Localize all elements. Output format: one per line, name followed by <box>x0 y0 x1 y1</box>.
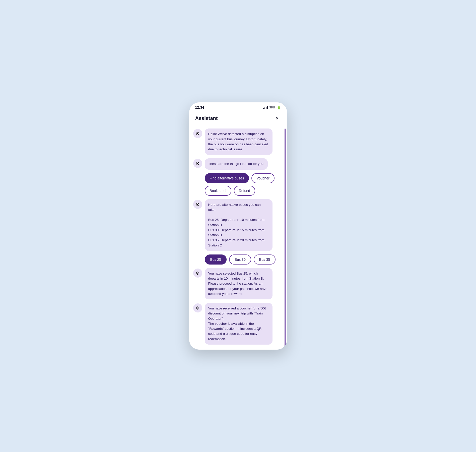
message-row-5: ⊗ You have received a voucher for a 50€ … <box>193 303 283 345</box>
battery-text: 98% <box>269 106 275 109</box>
bus-25-button[interactable]: Bus 25 <box>205 254 227 265</box>
assistant-avatar-icon-3: ⊗ <box>196 202 199 207</box>
assistant-avatar-icon-2: ⊗ <box>196 161 199 166</box>
chat-area: ⊗ Hello! We've detected a disruption on … <box>189 126 287 350</box>
assistant-avatar-icon-4: ⊗ <box>196 271 199 275</box>
avatar-2: ⊗ <box>193 159 202 168</box>
status-time: 12:34 <box>195 105 204 109</box>
refund-button[interactable]: Refund <box>234 186 255 196</box>
battery-icon: 🔋 <box>277 106 281 109</box>
bus-30-button[interactable]: Bus 30 <box>229 254 251 265</box>
message-text-3: Here are alternative buses you can take:… <box>208 203 264 247</box>
message-bubble-1: Hello! We've detected a disruption on yo… <box>205 128 273 155</box>
message-bubble-3: Here are alternative buses you can take:… <box>205 199 273 251</box>
app-header: Assistant × <box>189 111 287 126</box>
message-text-1: Hello! We've detected a disruption on yo… <box>208 132 268 151</box>
status-icons: 98% 🔋 <box>263 106 281 109</box>
close-button[interactable]: × <box>274 114 281 122</box>
avatar-5: ⊗ <box>193 303 202 312</box>
bus-buttons-row: Bus 25 Bus 30 Bus 35 <box>193 254 283 265</box>
phone-frame: 12:34 98% 🔋 Assistant × ⊗ Hello! We've d… <box>189 102 287 350</box>
avatar-3: ⊗ <box>193 200 202 209</box>
avatar-4: ⊗ <box>193 269 202 278</box>
message-bubble-4: You have selected Bus 25, which departs … <box>205 268 273 299</box>
message-bubble-2: These are the things I can do for you: <box>205 158 268 169</box>
find-alternative-buses-button[interactable]: Find alternative buses <box>205 173 249 183</box>
message-text-5: You have received a voucher for a 50€ di… <box>208 306 266 341</box>
assistant-avatar-icon-5: ⊗ <box>196 306 199 310</box>
bus-35-button[interactable]: Bus 35 <box>254 254 276 265</box>
avatar-1: ⊗ <box>193 129 202 138</box>
assistant-avatar-icon: ⊗ <box>196 131 199 136</box>
message-row-3: ⊗ Here are alternative buses you can tak… <box>193 199 283 251</box>
status-bar: 12:34 98% 🔋 <box>189 102 287 111</box>
book-hotel-button[interactable]: Book hotel <box>205 186 231 196</box>
action-buttons-row: Find alternative buses Voucher Book hote… <box>193 173 283 196</box>
message-row-2: ⊗ These are the things I can do for you: <box>193 158 283 169</box>
signal-icon <box>263 106 268 109</box>
header-title: Assistant <box>195 115 218 121</box>
message-row-1: ⊗ Hello! We've detected a disruption on … <box>193 128 283 155</box>
voucher-button[interactable]: Voucher <box>251 173 274 183</box>
message-text-4: You have selected Bus 25, which departs … <box>208 272 267 296</box>
message-row-4: ⊗ You have selected Bus 25, which depart… <box>193 268 283 299</box>
message-bubble-5: You have received a voucher for a 50€ di… <box>205 303 273 345</box>
message-text-2: These are the things I can do for you: <box>208 162 264 166</box>
